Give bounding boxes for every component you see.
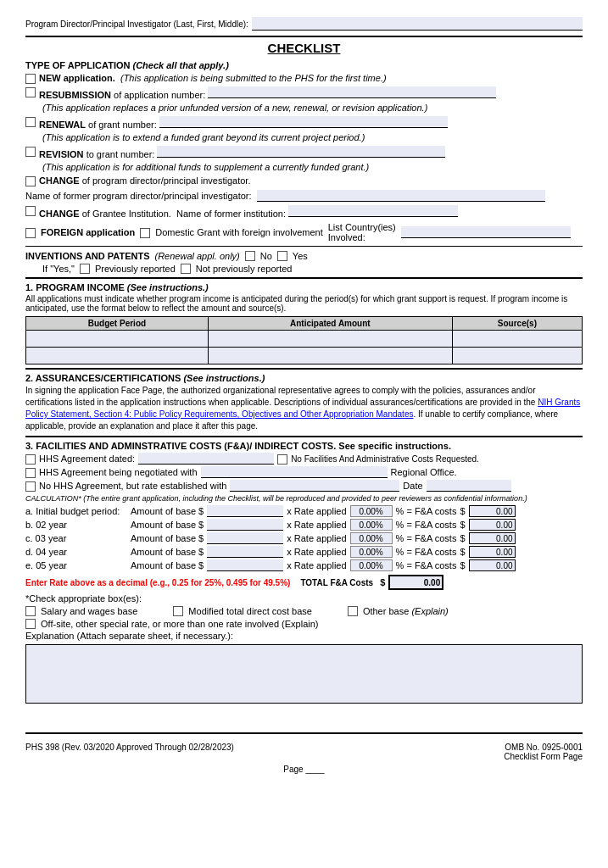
change-grantee-checkbox[interactable] <box>25 206 36 216</box>
change-director-checkbox[interactable] <box>25 176 36 186</box>
fa-row-d: d. 04 year Amount of base $ x Rate appli… <box>25 546 583 558</box>
program-income-desc: All applications must indicate whether p… <box>25 294 583 313</box>
inventions-no-checkbox[interactable] <box>245 251 255 261</box>
hhs-dated-row: HHS Agreement dated: No Facilities And A… <box>25 453 583 465</box>
fa-row-c-value[interactable]: 0.00 <box>469 532 516 544</box>
income-row1-amount[interactable] <box>208 331 452 348</box>
inventions-note: (Renewal appl. only) <box>154 251 239 261</box>
fa-row-e-label: e. 05 year <box>25 560 127 570</box>
new-application-row: NEW application. (This application is be… <box>25 73 583 84</box>
fa-row-c-base-input[interactable] <box>207 532 283 544</box>
hhs-dated-checkbox[interactable] <box>25 454 36 465</box>
income-table: Budget Period Anticipated Amount Source(… <box>25 316 583 364</box>
no-hhs-checkbox[interactable] <box>25 481 36 492</box>
fa-row-a-base-input[interactable] <box>207 505 283 517</box>
total-fa-value[interactable]: 0.00 <box>388 575 443 590</box>
fa-row-e-rate[interactable]: 0.00% <box>350 559 393 571</box>
no-facilities-checkbox[interactable] <box>277 454 287 465</box>
type-application-header: TYPE OF APPLICATION (Check all that appl… <box>25 60 583 70</box>
fa-row-d-value[interactable]: 0.00 <box>469 546 516 558</box>
fa-row-b-value[interactable]: 0.00 <box>469 519 516 531</box>
renewal-input[interactable] <box>159 116 448 128</box>
hhs-dated-input[interactable] <box>138 453 274 465</box>
list-country-input[interactable] <box>401 226 571 238</box>
resubmission-label: RESUBMISSION of application number: <box>39 86 496 100</box>
fa-row-d-rate[interactable]: 0.00% <box>350 546 393 558</box>
fa-row-b-fa-label: % = F&A costs <box>396 520 457 530</box>
domestic-checkbox[interactable] <box>140 228 150 238</box>
fa-row-e: e. 05 year Amount of base $ x Rate appli… <box>25 559 583 571</box>
fa-row-d-base-input[interactable] <box>207 546 283 558</box>
revision-checkbox[interactable] <box>25 147 36 157</box>
enter-rate-row: Enter Rate above as a decimal (e.g., 0.2… <box>25 575 583 590</box>
change-director-row: CHANGE of program director/principal inv… <box>25 175 583 186</box>
fa-row-c-rate[interactable]: 0.00% <box>350 532 393 544</box>
no-hhs-input[interactable] <box>230 480 399 492</box>
page-line: Page ____ <box>25 765 583 774</box>
fa-row-b-rate[interactable]: 0.00% <box>350 519 393 531</box>
former-institution-input[interactable] <box>288 205 458 217</box>
fa-row-a-value[interactable]: 0.00 <box>469 505 516 517</box>
modified-direct-checkbox[interactable] <box>173 606 183 616</box>
income-col-amount: Anticipated Amount <box>208 317 452 331</box>
fa-row-c-dollar: $ <box>460 533 465 543</box>
fa-row-b: b. 02 year Amount of base $ x Rate appli… <box>25 519 583 531</box>
former-director-label: Name of former program director/principa… <box>25 191 252 201</box>
other-base-label: Other base (Explain) <box>363 606 449 616</box>
new-application-checkbox[interactable] <box>25 74 36 84</box>
domestic-label: Domestic Grant with foreign involvement <box>155 227 322 237</box>
fa-row-e-value[interactable]: 0.00 <box>469 559 516 571</box>
assurances-header: 2. ASSURANCES/CERTIFICATIONS (See instru… <box>25 373 583 383</box>
resubmission-input[interactable] <box>208 86 496 98</box>
income-row2-sources[interactable] <box>452 348 582 364</box>
income-row2-budget[interactable] <box>26 348 209 364</box>
regional-office-label: Regional Office. <box>391 467 457 477</box>
foreign-label: FOREIGN application <box>41 227 135 237</box>
fa-row-e-fa-label: % = F&A costs <box>396 560 457 570</box>
fa-row-c-label: c. 03 year <box>25 533 127 543</box>
income-row2-amount[interactable] <box>208 348 452 364</box>
other-base-checkbox[interactable] <box>348 606 358 616</box>
off-site-label: Off-site, other special rate, or more th… <box>41 619 319 629</box>
inventions-yes-checkbox[interactable] <box>277 251 287 261</box>
income-row1-sources[interactable] <box>452 331 582 348</box>
list-country-label: List Country(ies)Involved: <box>328 222 396 242</box>
total-dollar: $ <box>380 577 385 587</box>
not-previously-reported-label: Not previously reported <box>196 264 293 274</box>
not-previously-reported-checkbox[interactable] <box>181 264 191 274</box>
hhs-negotiated-checkbox[interactable] <box>25 468 36 478</box>
fa-row-a-rate[interactable]: 0.00% <box>350 505 393 517</box>
previously-reported-checkbox[interactable] <box>80 264 90 274</box>
salary-wages-checkbox[interactable] <box>25 606 36 616</box>
hhs-negotiated-input[interactable] <box>201 466 388 478</box>
off-site-checkbox[interactable] <box>25 619 36 629</box>
fa-row-b-base-input[interactable] <box>207 519 283 531</box>
fa-row-a-amount-label: Amount of base $ <box>131 506 204 516</box>
foreign-checkbox[interactable] <box>25 228 36 238</box>
fa-row-e-base-input[interactable] <box>207 559 283 571</box>
inventions-ifyes-row: If "Yes," Previously reported Not previo… <box>42 263 583 274</box>
revision-input[interactable] <box>157 146 445 158</box>
income-col-budget: Budget Period <box>26 317 209 331</box>
nih-grants-link[interactable]: NIH Grants Policy Statement, Section 4: … <box>25 398 580 419</box>
income-row1-budget[interactable] <box>26 331 209 348</box>
pi-input[interactable] <box>252 17 583 31</box>
explanation-box[interactable] <box>25 644 583 704</box>
income-row-2 <box>26 348 583 364</box>
pi-label: Program Director/Principal Investigator … <box>25 19 248 29</box>
program-income-header: 1. PROGRAM INCOME (See instructions.) <box>25 282 583 292</box>
fa-row-b-dollar: $ <box>460 520 465 530</box>
renewal-row: RENEWAL of grant number: <box>25 116 583 130</box>
fa-row-e-amount-label: Amount of base $ <box>131 560 204 570</box>
resubmission-checkbox[interactable] <box>25 87 36 97</box>
fa-row-c-fa-label: % = F&A costs <box>396 533 457 543</box>
fa-row-a-label: a. Initial budget period: <box>25 506 127 516</box>
explanation-label: Explanation (Attach separate sheet, if n… <box>25 631 233 641</box>
renewal-checkbox[interactable] <box>25 117 36 127</box>
former-director-input[interactable] <box>257 190 545 202</box>
if-yes-label: If "Yes," <box>42 264 75 274</box>
change-grantee-row: CHANGE of Grantee Institution. Name of f… <box>25 205 583 219</box>
calculation-note: CALCULATION* (The entire grant applicati… <box>25 494 583 503</box>
date-input[interactable] <box>427 480 511 492</box>
fa-row-d-amount-label: Amount of base $ <box>131 547 204 557</box>
